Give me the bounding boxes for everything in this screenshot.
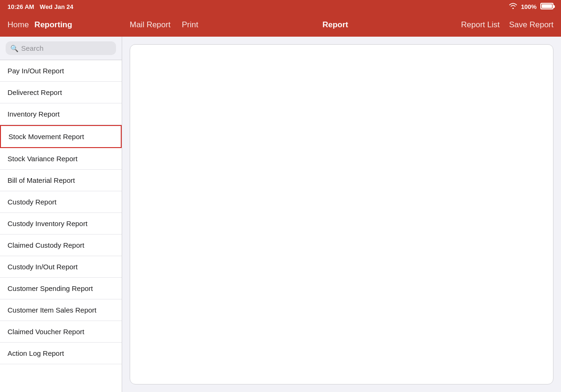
sidebar-item-claimed-voucher[interactable]: Claimed Voucher Report [0, 321, 122, 343]
mail-report-button[interactable]: Mail Report [130, 20, 171, 30]
nav-bar: Home Reporting Mail Report Print Report … [0, 13, 561, 37]
save-report-button[interactable]: Save Report [509, 20, 554, 30]
search-bar: 🔍 [0, 37, 122, 60]
print-button[interactable]: Print [182, 20, 198, 30]
battery-icon [540, 3, 553, 11]
status-bar: 10:26 AM Wed Jan 24 100% [0, 0, 561, 13]
sidebar-item-stock-movement[interactable]: Stock Movement Report [0, 125, 122, 148]
nav-right: Report List Save Report [461, 20, 553, 30]
sidebar-item-inventory[interactable]: Inventory Report [0, 103, 122, 125]
date-display: Wed Jan 24 [40, 3, 73, 10]
sidebar-item-custody[interactable]: Custody Report [0, 191, 122, 213]
sidebar-item-customer-item-sales[interactable]: Customer Item Sales Report [0, 299, 122, 321]
sidebar-item-deliverect[interactable]: Deliverect Report [0, 82, 122, 103]
reporting-label: Reporting [34, 20, 72, 30]
sidebar-item-customer-spending[interactable]: Customer Spending Report [0, 278, 122, 299]
battery-percentage: 100% [521, 3, 537, 10]
nav-title: Report [210, 20, 461, 30]
search-icon: 🔍 [10, 45, 18, 52]
sidebar-item-bill-of-material[interactable]: Bill of Material Report [0, 170, 122, 191]
home-button[interactable]: Home [8, 20, 29, 30]
search-input[interactable] [21, 44, 111, 52]
sidebar-item-pay-in-out[interactable]: Pay In/Out Report [0, 60, 122, 82]
sidebar-item-stock-variance[interactable]: Stock Variance Report [0, 148, 122, 170]
content-area [122, 37, 561, 392]
sidebar-item-custody-in-out[interactable]: Custody In/Out Report [0, 256, 122, 278]
sidebar-item-action-log[interactable]: Action Log Report [0, 343, 122, 364]
time-display: 10:26 AM [8, 3, 34, 10]
sidebar-list: Pay In/Out ReportDeliverect ReportInvent… [0, 60, 122, 392]
nav-left: Home Reporting [8, 20, 130, 30]
wifi-icon [509, 3, 517, 10]
status-bar-right: 100% [509, 3, 553, 11]
status-bar-left: 10:26 AM Wed Jan 24 [8, 3, 73, 10]
report-list-button[interactable]: Report List [461, 20, 499, 30]
sidebar-item-claimed-custody[interactable]: Claimed Custody Report [0, 235, 122, 256]
nav-center: Mail Report Print Report [130, 20, 461, 30]
report-panel [130, 44, 553, 384]
search-wrapper: 🔍 [6, 41, 116, 55]
main-content: 🔍 Pay In/Out ReportDeliverect ReportInve… [0, 37, 561, 392]
sidebar-item-custody-inventory[interactable]: Custody Inventory Report [0, 213, 122, 235]
sidebar: 🔍 Pay In/Out ReportDeliverect ReportInve… [0, 37, 122, 392]
